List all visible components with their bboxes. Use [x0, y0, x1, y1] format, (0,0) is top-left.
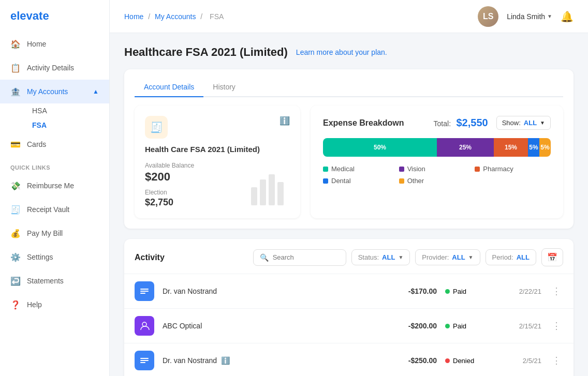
- legend-dot-other: [399, 178, 404, 184]
- svg-rect-8: [140, 358, 149, 359]
- statements-icon: ↩️: [10, 276, 21, 286]
- svg-rect-6: [140, 293, 145, 294]
- activity-amount: -$200.00: [395, 322, 437, 330]
- activity-title: Activity: [135, 253, 165, 262]
- expense-header: Expense Breakdown Total: $2,550 Show: AL…: [323, 116, 551, 130]
- expense-breakdown-card: Expense Breakdown Total: $2,550 Show: AL…: [311, 106, 563, 218]
- svg-rect-9: [140, 360, 149, 361]
- breadcrumb-my-accounts[interactable]: My Accounts: [155, 12, 196, 21]
- nav-settings[interactable]: ⚙️ Settings: [0, 245, 109, 269]
- main-content: Home / My Accounts / FSA LS Linda Smith …: [110, 0, 588, 376]
- expense-bar: 50% 25% 15% 5% 5%: [323, 138, 551, 157]
- expense-total-area: Total: $2,550: [434, 117, 488, 129]
- account-card: 🧾 ℹ️ Health Care FSA 2021 (Limited) Avai…: [135, 106, 300, 218]
- svg-point-7: [142, 322, 146, 326]
- quick-links-label: Quick Links: [0, 156, 109, 174]
- table-row: ABC Optical -$200.00 Paid 2/15/21 ⋮: [124, 308, 574, 343]
- svg-rect-5: [140, 291, 149, 292]
- chevron-down-icon: ▼: [547, 13, 552, 19]
- status-badge: Paid: [445, 288, 497, 295]
- status-filter[interactable]: Status: ALL ▼: [351, 249, 410, 265]
- expense-legend: Medical Vision Pharmacy Dental: [323, 165, 551, 185]
- nav-receipt-vault[interactable]: 🧾 Receipt Vault: [0, 198, 109, 221]
- legend-other: Other: [399, 177, 475, 185]
- search-icon: 🔍: [260, 253, 269, 262]
- info-icon[interactable]: ℹ️: [280, 116, 290, 126]
- user-name-button[interactable]: Linda Smith ▼: [507, 12, 552, 21]
- sub-nav-hsa[interactable]: HSA: [27, 103, 109, 118]
- nav-cards[interactable]: 💳 Cards: [0, 132, 109, 156]
- show-select[interactable]: Show: ALL ▼: [496, 116, 551, 130]
- account-tabs: Account Details History: [135, 78, 563, 97]
- header-user-area: LS Linda Smith ▼ 🔔: [478, 6, 574, 27]
- search-box[interactable]: 🔍: [253, 249, 346, 266]
- provider-name: Dr. van Nostrand: [163, 287, 387, 295]
- activity-filters: 🔍 Status: ALL ▼ Provider: ALL ▼: [253, 248, 563, 266]
- tab-history[interactable]: History: [203, 78, 245, 97]
- search-input[interactable]: [273, 253, 340, 261]
- breadcrumb: Home / My Accounts / FSA: [124, 12, 226, 21]
- provider-name: Dr. van Nostrand ℹ️: [163, 356, 387, 365]
- chevron-down-icon: ▼: [398, 254, 403, 260]
- activity-amount: -$170.00: [395, 287, 437, 295]
- account-card-header: 🧾 ℹ️: [145, 116, 290, 139]
- calendar-button[interactable]: 📅: [541, 248, 563, 266]
- tab-account-details[interactable]: Account Details: [135, 78, 203, 97]
- expense-total-amount: $2,550: [457, 117, 488, 128]
- app-logo: elevate: [0, 0, 109, 32]
- chevron-down-icon: ▼: [468, 254, 474, 260]
- more-button[interactable]: ⋮: [550, 285, 563, 297]
- account-chart: [248, 167, 290, 208]
- cards-icon: 💳: [10, 139, 21, 149]
- nav-statements[interactable]: ↩️ Statements: [0, 269, 109, 293]
- nav-my-accounts[interactable]: 🏦 My Accounts ▲: [0, 80, 109, 103]
- more-button[interactable]: ⋮: [550, 320, 563, 332]
- nav-reimburse-me[interactable]: 💸 Reimburse Me: [0, 174, 109, 198]
- page-content: Healthcare FSA 2021 (Limited) Learn more…: [110, 33, 588, 376]
- info-icon[interactable]: ℹ️: [221, 356, 230, 365]
- status-badge: Paid: [445, 322, 497, 330]
- accounts-icon: 🏦: [10, 86, 21, 97]
- chevron-up-icon: ▲: [93, 88, 99, 95]
- provider-name: ABC Optical: [163, 322, 387, 330]
- legend-dot-medical: [323, 167, 328, 172]
- sub-nav-fsa[interactable]: FSA: [27, 118, 109, 132]
- receipt-icon: 🧾: [10, 204, 21, 215]
- account-type-icon: 🧾: [145, 116, 168, 139]
- legend-medical: Medical: [323, 165, 399, 173]
- activity-date: 2/22/21: [505, 288, 541, 295]
- legend-dental: Dental: [323, 177, 399, 185]
- legend-dot-vision: [399, 167, 404, 172]
- nav-home[interactable]: 🏠 Home: [0, 32, 109, 56]
- svg-rect-0: [251, 187, 257, 205]
- expense-title: Expense Breakdown: [323, 118, 404, 128]
- activity-table: Dr. van Nostrand -$170.00 Paid 2/22/21 ⋮: [124, 274, 574, 376]
- activity-amount: -$250.00: [395, 356, 437, 365]
- nav-pay-my-bill[interactable]: 💰 Pay My Bill: [0, 221, 109, 245]
- legend-pharmacy: Pharmacy: [475, 165, 551, 173]
- learn-more-link[interactable]: Learn more about your plan.: [296, 48, 387, 56]
- account-card-title: Health Care FSA 2021 (Limited): [145, 145, 290, 154]
- nav-help[interactable]: ❓ Help: [0, 293, 109, 317]
- home-icon: 🏠: [10, 39, 21, 49]
- nav-activity-details[interactable]: 📋 Activity Details: [0, 56, 109, 80]
- account-details-panel: Account Details History 🧾 ℹ️ Health Care…: [124, 69, 574, 229]
- provider-filter[interactable]: Provider: ALL ▼: [415, 249, 480, 265]
- provider-icon: [135, 316, 154, 336]
- breadcrumb-fsa: FSA: [210, 12, 224, 21]
- bar-pharmacy: 15%: [494, 138, 528, 157]
- activity-header: Activity 🔍 Status: ALL ▼ Prov: [124, 239, 574, 274]
- breadcrumb-home[interactable]: Home: [124, 12, 143, 21]
- more-button[interactable]: ⋮: [550, 355, 563, 366]
- period-filter[interactable]: Period: ALL: [486, 249, 536, 265]
- activity-date: 2/15/21: [505, 322, 541, 330]
- svg-rect-3: [277, 182, 284, 205]
- notification-bell[interactable]: 🔔: [561, 10, 574, 23]
- expense-total-label: Total:: [434, 119, 451, 128]
- sidebar: elevate 🏠 Home 📋 Activity Details 🏦 My A…: [0, 0, 110, 376]
- table-row: Dr. van Nostrand -$170.00 Paid 2/22/21 ⋮: [124, 274, 574, 308]
- bar-vision: 25%: [437, 138, 494, 157]
- breadcrumb-sep-1: /: [148, 12, 152, 21]
- svg-rect-4: [140, 289, 149, 290]
- legend-dot-pharmacy: [475, 167, 480, 172]
